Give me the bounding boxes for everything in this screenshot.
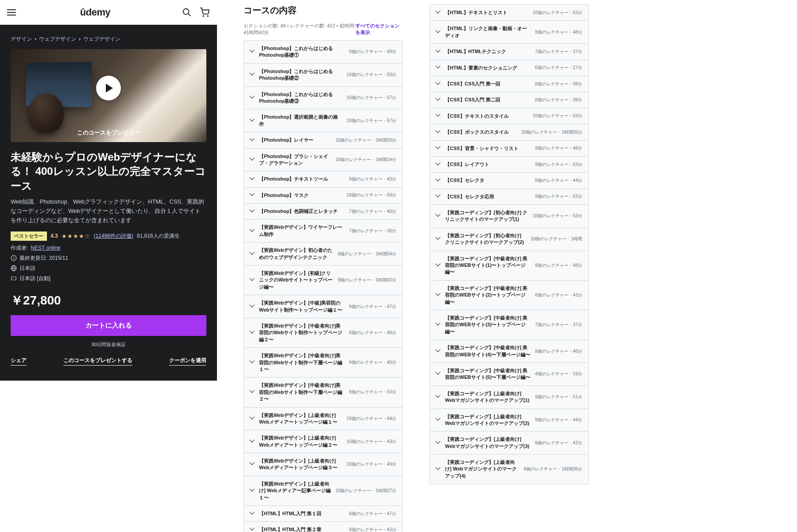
section-meta: 9個のレクチャー・1時間42分 [338, 277, 396, 283]
course-section[interactable]: 【実践コーディング】[初心者向け] クリニックサイトのマークアップ(1)10個の… [429, 205, 589, 228]
chevron-down-icon [436, 323, 441, 327]
course-section[interactable]: 【CSS】レイアウト9個のレクチャー・53分 [429, 157, 589, 173]
course-section[interactable]: 【CSS】背景・シャドウ・リスト9個のレクチャー・49分 [429, 141, 589, 157]
course-subtitle: Web知識、Photoshop、Webグラフィックデザイン、HTML、CSS、実… [11, 197, 206, 225]
logo[interactable]: ûdemy [80, 7, 110, 18]
section-meta: 8個のレクチャー・48分 [349, 330, 396, 336]
chevron-down-icon [250, 439, 255, 444]
course-section[interactable]: 【HTML】リンクと画像・動画・オーディオ9個のレクチャー・48分 [429, 21, 589, 44]
section-meta: 10個のレクチャー・49分 [347, 461, 396, 467]
course-section[interactable]: 【HTML】HTMLテクニック7個のレクチャー・37分 [429, 44, 589, 60]
course-section[interactable]: 【実践コーディング】[中級者向け] 美容院のWEBサイト(1)〜トップページ編〜… [429, 251, 589, 281]
breadcrumb[interactable]: デザイン›ウェブデザイン›ウェブデザイン [11, 35, 206, 43]
course-section[interactable]: 【CSS】テキストのスタイル10個のレクチャー・53分 [429, 108, 589, 124]
coupon-button[interactable]: クーポンを適用 [169, 357, 206, 366]
course-section[interactable]: 【実践Webデザイン】[上級者向け] Webメディア〜トップページ編３〜10個の… [244, 453, 403, 476]
share-button[interactable]: シェア [11, 357, 27, 366]
course-section[interactable]: 【CSS】セレクタ応用9個のレクチャー・52分 [429, 189, 589, 205]
course-section[interactable]: 【実践Webデザイン】[中級者向け]美容院のWebサイト制作〜下層ページ編１〜9… [244, 348, 403, 378]
course-section[interactable]: 【CSS】CSS入門 第二回8個のレクチャー・39分 [429, 92, 589, 108]
course-section[interactable]: 【Photoshop】これからはじめるPhotoshop基礎③10個のレクチャー… [244, 87, 403, 110]
course-section[interactable]: 【CSS】CSS入門 第一回8個のレクチャー・38分 [429, 76, 589, 92]
course-section[interactable]: 【CSS】セレクタ8個のレクチャー・44分 [429, 173, 589, 189]
cart-icon[interactable] [199, 7, 210, 18]
course-section[interactable]: 【実践Webデザイン】[中級者向け]美容院のWebサイト制作〜トップページ編２〜… [244, 318, 403, 348]
play-icon[interactable] [96, 76, 121, 100]
section-title: 【実践コーディング】[上級者向け] Webマガジンサイトのマークアップ(3) [445, 436, 530, 450]
course-section[interactable]: 【実践コーディング】[中級者向け] 美容院のWEBサイト(2)〜トップページ編〜… [429, 281, 589, 310]
section-meta: 7個のレクチャー・37分 [535, 49, 582, 55]
content-heading: コースの内容 [244, 4, 403, 16]
course-section[interactable]: 【Photoshop】テキストツール9個のレクチャー・43分 [244, 171, 403, 187]
chevron-down-icon [250, 416, 255, 421]
chevron-down-icon [250, 119, 255, 123]
section-title: 【CSS】CSS入門 第二回 [445, 96, 530, 103]
course-section[interactable]: 【HTML】要素のセクショニング6個のレクチャー・27分 [429, 60, 589, 76]
creator-link[interactable]: NEST online [31, 245, 60, 251]
reviews-link[interactable]: (11486件の評価) [94, 232, 133, 240]
search-icon[interactable] [182, 7, 192, 18]
svg-point-6 [13, 256, 14, 257]
expand-all-button[interactable]: すべてのセクションを表示 [356, 23, 403, 36]
chevron-down-icon [436, 263, 441, 268]
section-title: 【HTML】要素のセクショニング [445, 65, 530, 71]
course-section[interactable]: 【実践Webデザイン】[上級者向け] Webメディア〜トップページ編２〜10個の… [244, 430, 403, 453]
course-section[interactable]: 【Photoshop】ブラシ・シェイプ・グラデーション10個のレクチャー・1時間… [244, 149, 403, 172]
course-section[interactable]: 【Photoshop】マスク10個のレクチャー・59分 [244, 188, 403, 204]
course-section[interactable]: 【実践Webデザイン】[上級者向け] Webメディア〜記事ページ編１〜10個のレ… [244, 476, 403, 506]
section-title: 【Photoshop】ブラシ・シェイプ・グラデーション [259, 153, 331, 167]
chevron-down-icon [436, 237, 441, 241]
course-section[interactable]: 【実践コーディング】[中級者向け] 美容院のWEBサイト(5)〜下層ページ編〜4… [429, 363, 589, 386]
course-section[interactable]: 【実践コーディング】[上級者向け] Webマガジンサイトのマークアップ(2)9個… [429, 409, 589, 432]
course-section[interactable]: 【HTML】テキストとリスト10個のレクチャー・53分 [429, 4, 589, 21]
course-section[interactable]: 【実践コーディング】[中級者向け] 美容院のWEBサイト(3)〜トップページ編〜… [429, 310, 589, 340]
add-to-cart-button[interactable]: カートに入れる [11, 315, 206, 336]
section-title: 【実践コーディング】[初心者向け] クリニックサイトのマークアップ(2) [445, 232, 526, 246]
course-section[interactable]: 【実践Webデザイン】[中級者向け]美容院のWebサイト制作〜下層ページ編２〜8… [244, 378, 403, 407]
course-section[interactable]: 【実践コーディング】[中級者向け] 美容院のWEBサイト(4)〜下層ページ編〜9… [429, 340, 589, 363]
course-section[interactable]: 【実践コーディング】[上級者向け] Webマガジンサイトのマークアップ(3)9個… [429, 432, 589, 455]
course-section[interactable]: 【実践Webデザイン】[上級者向け] Webメディア〜トップページ編１〜10個の… [244, 408, 403, 431]
chevron-down-icon [250, 331, 255, 335]
chevron-down-icon [250, 305, 255, 309]
course-section[interactable]: 【Photoshop】レイヤー10個のレクチャー・1時間20分 [244, 132, 403, 148]
section-meta: 10個のレクチャー・57分 [347, 118, 396, 124]
chevron-down-icon [250, 50, 255, 54]
section-title: 【実践Webデザイン】[初級]クリニックのWebサイト〜トップページ編〜 [259, 270, 333, 290]
course-section[interactable]: 【実践Webデザイン】[中級]美容院のWebサイト制作〜トップページ編１〜9個の… [244, 295, 403, 318]
menu-icon[interactable] [7, 9, 16, 15]
chevron-down-icon [250, 158, 255, 162]
guarantee-text: 30日間返金保証 [11, 341, 206, 348]
section-title: 【CSS】テキストのスタイル [445, 113, 528, 120]
chevron-down-icon [250, 360, 255, 365]
course-section[interactable]: 【実践コーディング】[上級者向け] Webマガジンサイトのマークアップ(1)9個… [429, 386, 589, 409]
chevron-down-icon [250, 512, 255, 516]
course-section[interactable]: 【Photoshop】これからはじめるPhotoshop基礎②10個のレクチャー… [244, 64, 403, 87]
course-section[interactable]: 【実践コーディング】[上級者向け] Webマガジンサイトのマークアップ(4)6個… [429, 455, 589, 484]
gift-button[interactable]: このコースをプレゼントする [63, 357, 132, 366]
course-section[interactable]: 【実践Webデザイン】[初級]クリニックのWebサイト〜トップページ編〜9個のレ… [244, 266, 403, 295]
course-section[interactable]: 【実践Webデザイン】初心者のためのウェブデザインテクニック8個のレクチャー・1… [244, 243, 403, 266]
section-meta: 9個のレクチャー・43分 [349, 176, 396, 182]
course-section[interactable]: 【Photoshop】色調補正とレタッチ7個のレクチャー・40分 [244, 204, 403, 220]
course-section[interactable]: 【実践Webデザイン】ワイヤーフレーム制作7個のレクチャー・36分 [244, 220, 403, 243]
chevron-down-icon [250, 73, 255, 77]
course-section[interactable]: 【HTML】HTML入門 第１回9個のレクチャー・47分 [244, 506, 403, 522]
course-section[interactable]: 【Photoshop】選択範囲と画像の操作10個のレクチャー・57分 [244, 109, 403, 132]
section-title: 【CSS】セレクタ [445, 177, 530, 184]
course-section[interactable]: 【実践コーディング】[初心者向け] クリニックサイトのマークアップ(2)10個の… [429, 228, 589, 251]
chevron-down-icon [250, 96, 255, 100]
course-section[interactable]: 【CSS】ボックスのスタイル10個のレクチャー・1時間20分 [429, 124, 589, 140]
section-title: 【CSS】背景・シャドウ・リスト [445, 145, 530, 152]
course-section[interactable]: 【Photoshop】これからはじめるPhotoshop基礎①9個のレクチャー・… [244, 40, 403, 64]
section-meta: 10個のレクチャー・1時間 [530, 236, 582, 242]
preview-video[interactable]: このコースをプレビュー [11, 49, 206, 142]
svg-rect-10 [12, 277, 16, 280]
section-meta: 7個のレクチャー・36分 [349, 228, 396, 234]
course-section[interactable]: 【HTML】HTML入門 第２章9個のレクチャー・42分 [244, 522, 403, 532]
section-title: 【HTML】HTML入門 第１回 [259, 510, 344, 517]
chevron-down-icon [436, 50, 441, 54]
star-icon: ★★★★☆ [62, 233, 90, 239]
section-title: 【実践Webデザイン】[中級者向け]美容院のWebサイト制作〜トップページ編２〜 [259, 323, 344, 343]
svg-point-2 [203, 15, 204, 16]
